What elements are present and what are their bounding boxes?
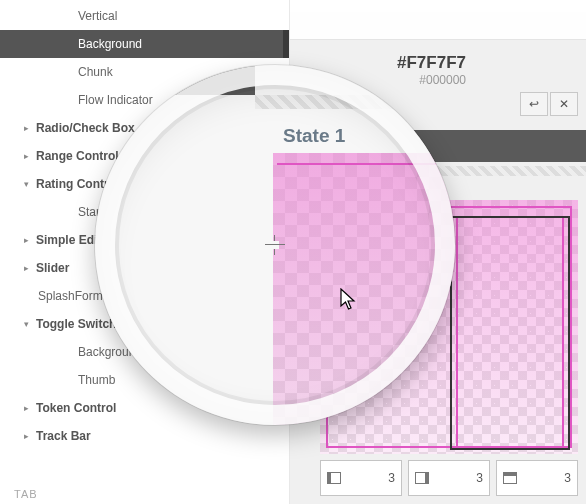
tree-item-label: Range Control	[36, 149, 119, 163]
tree-item-label: SplashForm	[38, 289, 103, 303]
tree-item-label: Chunk	[78, 65, 113, 79]
margin-top-icon	[503, 472, 517, 484]
margin-left-value: 3	[388, 471, 395, 485]
tree-item-label: Background	[78, 37, 142, 51]
caret-icon[interactable]: ▸	[18, 235, 34, 245]
tree-item-label: Token Control	[36, 401, 116, 415]
margin-left-field[interactable]: 3	[320, 460, 402, 496]
eyedropper-loupe[interactable]: State 1	[95, 65, 455, 425]
tree-item-label: Slider	[36, 261, 69, 275]
tree-item-label: Toggle Switch	[36, 317, 116, 331]
tree-item[interactable]: Background	[0, 30, 289, 58]
color-readout: #F7F7F7 #000000	[397, 52, 466, 88]
toolbar-right: ↩ ✕	[520, 92, 578, 116]
top-strip	[290, 12, 586, 40]
tree-item-label: Flow Indicator	[78, 93, 153, 107]
margin-fields: 3 3 3	[320, 460, 578, 496]
tab-footer: TAB	[14, 488, 38, 500]
eyedropper-main-hex: #F7F7F7	[397, 52, 466, 73]
margin-right-value: 3	[476, 471, 483, 485]
caret-icon[interactable]: ▾	[18, 179, 34, 189]
caret-icon[interactable]: ▸	[18, 123, 34, 133]
tree-item[interactable]: Vertical	[0, 2, 289, 30]
margin-top-value: 3	[564, 471, 571, 485]
tree-item-label: Vertical	[78, 9, 117, 23]
margin-right-icon	[415, 472, 429, 484]
tree-item-label: Radio/Check Box	[36, 121, 135, 135]
margin-left-icon	[327, 472, 341, 484]
caret-icon[interactable]: ▸	[18, 151, 34, 161]
margin-top-field[interactable]: 3	[496, 460, 578, 496]
caret-icon[interactable]: ▸	[18, 403, 34, 413]
undo-button[interactable]: ↩	[520, 92, 548, 116]
tree-item-label: Track Bar	[36, 429, 91, 443]
eyedropper-sub-hex: #000000	[397, 73, 466, 88]
object-frame[interactable]	[450, 216, 570, 450]
caret-icon[interactable]: ▾	[18, 319, 34, 329]
margin-right-field[interactable]: 3	[408, 460, 490, 496]
crosshair-icon	[265, 235, 285, 255]
caret-icon[interactable]: ▸	[18, 263, 34, 273]
caret-icon[interactable]: ▸	[18, 431, 34, 441]
tree-item-label: Thumb	[78, 373, 115, 387]
tree-item[interactable]: ▸Track Bar	[0, 422, 289, 450]
close-button[interactable]: ✕	[550, 92, 578, 116]
